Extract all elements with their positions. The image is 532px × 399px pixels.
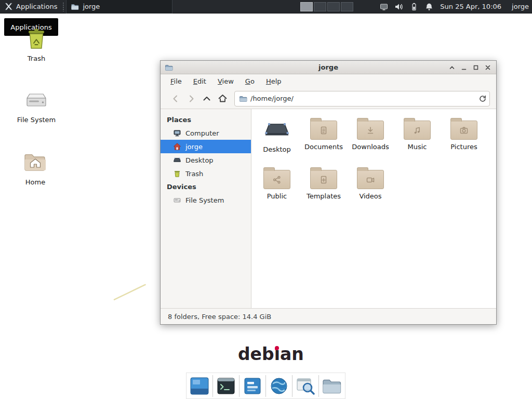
file-label: Pictures — [450, 143, 477, 151]
dock-separator — [318, 375, 319, 397]
status-text: 8 folders, Free space: 14.4 GiB — [168, 313, 271, 321]
display-tray-icon[interactable] — [379, 2, 389, 11]
user-home-icon — [173, 142, 181, 151]
taskbar-folder-icon — [71, 3, 79, 11]
sidebar-item-label: Desktop — [185, 156, 214, 164]
workspace-cell-2[interactable] — [314, 2, 326, 11]
desktop-icon-home[interactable]: Home — [10, 150, 60, 186]
file-label: Music — [408, 143, 427, 151]
desktop-icon-trash[interactable]: Trash — [11, 26, 61, 62]
trash-mini-icon — [173, 169, 181, 178]
places-header: Places — [161, 113, 251, 126]
minimize-button[interactable] — [460, 63, 468, 72]
folder-pictures-icon — [450, 121, 477, 140]
taskbar-window-label: jorge — [83, 3, 100, 10]
app-finder-button[interactable] — [295, 375, 316, 397]
terminal-button[interactable] — [215, 375, 237, 397]
close-button[interactable] — [484, 63, 492, 72]
bottom-dock-panel — [186, 373, 345, 399]
workspace-cell-4[interactable] — [341, 2, 353, 11]
battery-icon[interactable] — [409, 2, 419, 11]
applications-menu-label: Applications — [16, 3, 57, 10]
sidebar-item-trash[interactable]: Trash — [161, 167, 251, 180]
sidebar-item-file-system[interactable]: File System — [161, 193, 251, 207]
statusbar: 8 folders, Free space: 14.4 GiB — [161, 308, 496, 324]
file-item-music[interactable]: Music — [394, 115, 441, 165]
home-button[interactable] — [215, 91, 230, 106]
desktop-icon-label: Home — [10, 178, 60, 186]
file-item-public[interactable]: Public — [254, 165, 300, 214]
volume-icon[interactable] — [394, 2, 404, 11]
workspace-switcher[interactable] — [300, 2, 353, 11]
maximize-button[interactable] — [472, 63, 480, 72]
desktop-icon-filesystem[interactable]: File System — [11, 87, 61, 124]
toolbar: /home/jorge/ — [161, 88, 496, 109]
menu-help[interactable]: Help — [260, 75, 287, 87]
file-manager-window: jorge File Edit View Go Help — [160, 60, 497, 325]
menu-edit[interactable]: Edit — [188, 75, 212, 87]
file-label: Videos — [359, 192, 381, 200]
user-desktop-icon — [263, 116, 290, 142]
file-item-documents[interactable]: Documents — [300, 115, 347, 165]
dock-separator — [212, 375, 213, 397]
sidebar-item-desktop[interactable]: Desktop — [161, 153, 251, 167]
menubar: File Edit View Go Help — [161, 74, 496, 88]
folder-public-icon — [263, 170, 290, 189]
home-folder-icon — [23, 150, 48, 175]
folder-documents-icon — [310, 121, 337, 140]
menu-view[interactable]: View — [212, 75, 240, 87]
devices-header: Devices — [161, 180, 251, 193]
file-label: Documents — [304, 143, 343, 151]
dock-separator — [265, 375, 266, 397]
location-path[interactable]: /home/jorge/ — [250, 95, 476, 102]
titlebar[interactable]: jorge — [161, 61, 496, 74]
taskbar-window-button[interactable]: jorge — [66, 0, 172, 14]
menu-file[interactable]: File — [165, 75, 188, 87]
panel-handle[interactable] — [62, 2, 65, 11]
folder-videos-icon — [357, 170, 384, 189]
back-button[interactable] — [168, 91, 183, 106]
workspace-cell-1[interactable] — [300, 2, 313, 11]
applications-menu-button[interactable]: Applications — [0, 0, 61, 14]
file-manager-button[interactable] — [242, 375, 263, 397]
shade-button[interactable] — [448, 63, 456, 72]
panel-clock[interactable]: Sun 25 Apr, 10:06 — [440, 3, 501, 10]
notification-bell-icon[interactable] — [424, 2, 434, 11]
folder-music-icon — [404, 121, 431, 140]
folder-downloads-icon — [357, 121, 384, 140]
reload-button[interactable] — [476, 92, 489, 105]
up-button[interactable] — [199, 91, 215, 106]
file-label: Downloads — [352, 143, 389, 151]
sidebar-item-computer[interactable]: Computer — [161, 126, 251, 140]
file-item-desktop[interactable]: Desktop — [254, 115, 300, 165]
debian-wordmark-part: an — [280, 344, 304, 364]
sidebar-item-label: jorge — [185, 143, 203, 151]
side-pane: Places Computer jorge Desktop — [161, 109, 251, 308]
file-grid: Desktop Documents Downloads — [251, 109, 496, 214]
dock-separator — [239, 375, 240, 397]
menu-go[interactable]: Go — [240, 75, 260, 87]
sidebar-item-label: Trash — [185, 170, 203, 178]
web-browser-button[interactable] — [268, 375, 290, 397]
directory-menu-button[interactable] — [321, 375, 343, 397]
desktop-pencil-stroke — [113, 284, 146, 301]
panel-user-menu[interactable]: jorge — [512, 3, 529, 10]
debian-swirl-icon: ı — [274, 344, 280, 364]
file-item-templates[interactable]: Templates — [300, 165, 347, 214]
window-title: jorge — [161, 63, 496, 71]
file-view[interactable]: Desktop Documents Downloads — [251, 109, 496, 308]
show-desktop-button[interactable] — [189, 375, 210, 397]
desktop-icon-label: Trash — [11, 55, 61, 62]
sidebar-item-label: Computer — [185, 129, 219, 137]
dock-separator — [292, 375, 292, 397]
file-item-videos[interactable]: Videos — [347, 165, 394, 214]
file-label: Templates — [307, 192, 341, 200]
file-item-pictures[interactable]: Pictures — [441, 115, 487, 165]
file-label: Public — [267, 192, 287, 200]
desktop-mini-icon — [173, 156, 181, 164]
location-bar[interactable]: /home/jorge/ — [234, 91, 490, 107]
workspace-cell-3[interactable] — [327, 2, 340, 11]
file-item-downloads[interactable]: Downloads — [347, 115, 394, 165]
sidebar-item-jorge[interactable]: jorge — [161, 140, 251, 153]
forward-button[interactable] — [183, 91, 199, 106]
